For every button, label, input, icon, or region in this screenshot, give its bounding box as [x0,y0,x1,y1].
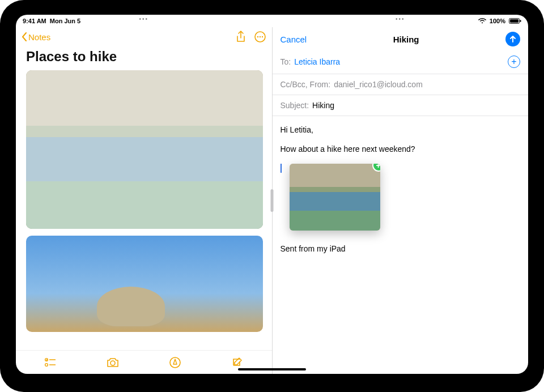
camera-icon[interactable] [106,357,120,368]
back-button[interactable]: Notes [22,32,50,42]
dragged-image-attachment[interactable]: + [290,164,380,231]
from-value: daniel_rico1@icloud.com [334,80,423,89]
svg-point-4 [257,36,258,37]
send-button[interactable] [505,32,520,46]
ccbcc-label: Cc/Bcc, From: [280,80,331,89]
home-indicator[interactable] [238,368,306,370]
add-contact-button[interactable]: + [508,56,520,68]
svg-point-9 [45,363,48,366]
svg-rect-1 [510,19,518,23]
subject-label: Subject: [280,101,309,110]
mail-body-greeting: Hi Letitia, [280,125,521,134]
status-date: Mon Jun 5 [50,18,80,24]
svg-rect-2 [520,20,521,22]
to-recipient[interactable]: Leticia Ibarra [294,57,340,66]
svg-point-6 [261,36,262,37]
mail-signature: Sent from my iPad [280,244,521,253]
status-bar: 9:41 AM Mon Jun 5 100% [16,15,528,27]
share-icon[interactable] [236,31,246,43]
ccbcc-from-field[interactable]: Cc/Bcc, From: daniel_rico1@icloud.com [273,74,529,95]
to-label: To: [280,57,291,66]
mail-compose-pane: ••• Cancel Hiking To: Leticia Ibarra + [273,27,529,374]
svg-point-11 [110,361,115,365]
svg-point-5 [259,36,260,37]
note-image-2[interactable] [26,236,263,332]
battery-percent: 100% [490,18,505,24]
cancel-button[interactable]: Cancel [280,35,307,44]
compose-icon[interactable] [231,356,244,369]
chevron-left-icon [22,32,27,41]
status-time: 9:41 AM [23,18,46,24]
mail-body-line: How about a hike here next weekend? [280,144,521,154]
note-title[interactable]: Places to hike [16,45,272,70]
subject-value: Hiking [312,101,334,110]
mail-body[interactable]: Hi Letitia, How about a hike here next w… [273,116,529,374]
battery-icon [509,18,521,24]
notes-app-pane: ••• Notes [16,27,273,374]
checklist-icon[interactable] [44,357,57,368]
subject-field[interactable]: Subject: Hiking [273,95,529,116]
notes-toolbar [16,350,272,374]
text-cursor [280,164,282,173]
split-view-divider[interactable] [271,189,274,212]
multitask-dots-icon[interactable]: ••• [139,16,148,22]
ipad-device-frame: 9:41 AM Mon Jun 5 100% ••• [0,0,544,392]
more-icon[interactable] [254,31,266,43]
markup-icon[interactable] [169,356,181,369]
back-label: Notes [28,32,50,42]
multitask-dots-icon[interactable]: ••• [396,16,405,22]
wifi-icon [478,18,486,24]
note-body[interactable] [16,70,272,350]
to-field[interactable]: To: Leticia Ibarra + [273,50,529,74]
note-image-1[interactable] [26,70,263,229]
mail-compose-title: Hiking [393,35,419,44]
screen: 9:41 AM Mon Jun 5 100% ••• [16,15,528,374]
